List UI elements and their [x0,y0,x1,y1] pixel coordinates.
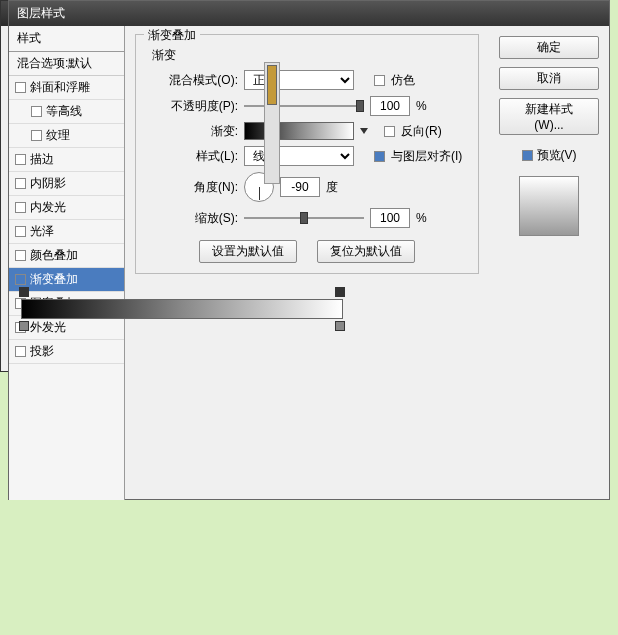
style-item-5[interactable]: 内发光 [9,196,124,220]
blend-options-header[interactable]: 混合选项:默认 [9,52,124,76]
opacity-input[interactable] [370,96,410,116]
layer-style-title: 图层样式 [17,6,65,20]
preview-checkbox[interactable] [522,150,533,161]
style-item-7[interactable]: 颜色叠加 [9,244,124,268]
style-item-4[interactable]: 内阴影 [9,172,124,196]
dither-label: 仿色 [391,72,415,89]
blend-mode-label: 混合模式(O): [148,72,238,89]
style-item-label: 颜色叠加 [30,247,78,264]
dither-checkbox[interactable] [374,75,385,86]
style-item-11[interactable]: 投影 [9,340,124,364]
style-item-label: 渐变叠加 [30,271,78,288]
gradient-dropdown-icon[interactable] [360,128,368,134]
style-list: 样式 混合选项:默认 斜面和浮雕等高线纹理描边内阴影内发光光泽颜色叠加渐变叠加图… [9,26,125,500]
style-item-3[interactable]: 描边 [9,148,124,172]
style-checkbox[interactable] [31,106,42,117]
settings-panel: 渐变叠加 渐变 混合模式(O): 正常 仿色 不透明度(P): % 渐变: [125,26,489,500]
style-item-0[interactable]: 斜面和浮雕 [9,76,124,100]
style-label: 样式(L): [148,148,238,165]
style-item-label: 光泽 [30,223,54,240]
align-label: 与图层对齐(I) [391,148,462,165]
style-checkbox[interactable] [15,250,26,261]
style-checkbox[interactable] [15,202,26,213]
style-checkbox[interactable] [15,154,26,165]
style-checkbox[interactable] [15,346,26,357]
style-item-2[interactable]: 纹理 [9,124,124,148]
angle-input[interactable] [280,177,320,197]
opacity-stop[interactable] [335,287,345,297]
angle-unit: 度 [326,179,338,196]
reset-default-button[interactable]: 复位为默认值 [317,240,415,263]
new-style-button[interactable]: 新建样式(W)... [499,98,599,135]
cancel-button[interactable]: 取消 [499,67,599,90]
style-item-label: 外发光 [30,319,66,336]
opacity-label: 不透明度(P): [148,98,238,115]
style-checkbox[interactable] [15,178,26,189]
blend-mode-select[interactable]: 正常 [244,70,354,90]
right-panel: 确定 取消 新建样式(W)... 预览(V) [489,26,609,500]
color-stop[interactable] [19,321,29,331]
ok-button[interactable]: 确定 [499,36,599,59]
layer-style-window: 图层样式 样式 混合选项:默认 斜面和浮雕等高线纹理描边内阴影内发光光泽颜色叠加… [8,0,610,500]
reverse-checkbox[interactable] [384,126,395,137]
pct-label-2: % [416,211,427,225]
style-item-label: 斜面和浮雕 [30,79,90,96]
style-item-6[interactable]: 光泽 [9,220,124,244]
layer-style-titlebar[interactable]: 图层样式 [9,1,609,26]
group-title: 渐变叠加 [144,27,200,44]
style-list-header: 样式 [9,26,124,52]
pct-label: % [416,99,427,113]
style-checkbox[interactable] [15,226,26,237]
preview-label: 预览(V) [537,147,577,164]
style-checkbox[interactable] [15,274,26,285]
scale-input[interactable] [370,208,410,228]
style-select[interactable]: 线性 [244,146,354,166]
opacity-slider[interactable] [244,98,364,114]
style-item-1[interactable]: 等高线 [9,100,124,124]
preset-scrollbar[interactable] [264,62,280,184]
color-stop[interactable] [335,321,345,331]
gradient-swatch[interactable] [244,122,354,140]
style-item-label: 内阴影 [30,175,66,192]
style-checkbox[interactable] [31,130,42,141]
gradient-label: 渐变: [148,123,238,140]
gradient-bar[interactable] [21,299,343,319]
style-item-label: 投影 [30,343,54,360]
opacity-stop[interactable] [19,287,29,297]
style-item-label: 纹理 [46,127,70,144]
subgroup-label: 渐变 [152,47,466,64]
style-item-label: 内发光 [30,199,66,216]
align-checkbox[interactable] [374,151,385,162]
preview-box [519,176,579,236]
style-item-label: 等高线 [46,103,82,120]
scale-label: 缩放(S): [148,210,238,227]
angle-label: 角度(N): [148,179,238,196]
style-item-label: 描边 [30,151,54,168]
style-checkbox[interactable] [15,82,26,93]
reverse-label: 反向(R) [401,123,442,140]
make-default-button[interactable]: 设置为默认值 [199,240,297,263]
scale-slider[interactable] [244,210,364,226]
